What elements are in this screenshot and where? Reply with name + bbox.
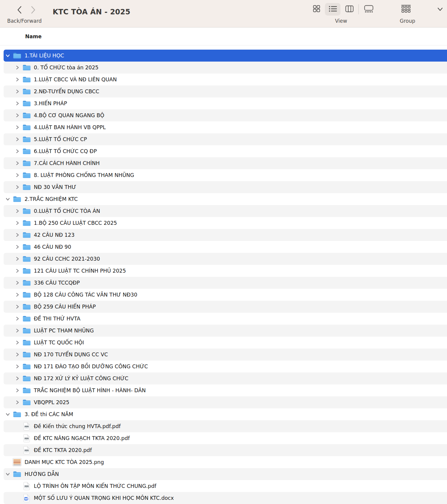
list-item[interactable]: W MỘT SỐ LƯU Ý QUAN TRỌNG KHI HỌC MÔN KT… [0,492,447,504]
list-item[interactable]: 1.BỘ 250 CÂU LUẬT CBCC 2025 [0,217,447,229]
chevron-right-icon[interactable] [14,181,20,193]
chevron-right-icon[interactable] [14,361,20,372]
list-item[interactable]: ĐỀ KTC TKTA 2020.pdf [0,444,447,456]
gallery-view-button[interactable] [361,3,376,16]
list-item[interactable]: VBQPPL 2025 [0,396,447,408]
chevron-right-icon[interactable] [14,241,20,253]
file-name: TRẮC NGHIỆM BỘ LUẬT HÌNH - HÀNH- DÂN [34,384,146,396]
file-name: NĐ 172 XỬ LÝ KỶ LUẬT CÔNG CHỨC [34,372,128,384]
list-item[interactable]: ĐỀ THI THỬ HVTA [0,313,447,325]
list-item[interactable]: NĐ 172 XỬ LÝ KỶ LUẬT CÔNG CHỨC [0,372,447,384]
chevron-right-icon[interactable] [14,229,20,241]
list-item[interactable]: 42 CÂU NĐ 123 [0,229,447,241]
list-item[interactable]: BỘ 128 CÂU CÔNG TÁC VĂN THƯ NĐ30 [0,289,447,301]
forward-button[interactable] [28,5,38,15]
folder-icon [22,337,31,349]
list-item[interactable]: 2.TRẮC NGHIỆM KTC [0,193,447,205]
chevron-right-icon[interactable] [14,85,20,97]
chevron-right-icon[interactable] [14,253,20,265]
list-item[interactable]: 2.NĐ-TUYỂN DỤNG CBCC [0,85,447,97]
list-item[interactable]: 92 CÂU CCHC 2021-2030 [0,253,447,265]
chevron-right-icon[interactable] [14,169,20,181]
group-button[interactable] [400,4,412,15]
chevron-right-icon[interactable] [14,349,20,361]
list-column-header: Name [0,28,447,45]
list-item[interactable]: ĐỀ KTC NÂNG NGẠCH TKTA 2020.pdf [0,432,447,444]
chevron-right-icon[interactable] [14,157,20,169]
file-name: 46 CÂU NĐ 90 [34,241,71,253]
list-item[interactable]: NĐ 171 ĐÀO TẠO BỒI DƯỠNG CÔNG CHỨC [0,361,447,372]
chevron-right-icon[interactable] [14,97,20,109]
list-item[interactable]: 0.LUẬT TỔ CHỨC TÒA ÁN [0,205,447,217]
file-name: NĐ 30 VĂN THƯ [34,181,76,193]
folder-icon [13,468,22,480]
list-item[interactable]: Đề Kiến thức chung HVTA.pdf.pdf [0,420,447,432]
chevron-right-icon[interactable] [14,265,20,277]
folder-icon [22,325,31,337]
list-item[interactable]: TRẮC NGHIỆM BỘ LUẬT HÌNH - HÀNH- DÂN [0,384,447,396]
chevron-right-icon[interactable] [14,313,20,325]
list-item[interactable]: LUẬT PC THAM NHŨNG [0,325,447,337]
chevron-down-icon[interactable] [5,468,11,480]
chevron-right-icon[interactable] [14,145,20,157]
name-column-header[interactable]: Name [25,33,42,39]
list-item[interactable]: 7.CẢI CÁCH HÀNH CHÍNH [0,157,447,169]
file-name: MỘT SỐ LƯU Ý QUAN TRỌNG KHI HỌC MÔN KTC.… [34,492,174,504]
list-item[interactable]: NĐ 170 TUYỂN DỤNG CC VC [0,349,447,361]
chevron-right-icon[interactable] [14,74,20,85]
chevron-down-icon[interactable] [5,50,11,62]
list-item[interactable]: 46 CÂU NĐ 90 [0,241,447,253]
list-item[interactable]: 4.LUẬT BAN HÀNH VB QPPL [0,121,447,133]
file-name: 3.HIẾN PHÁP [34,97,67,109]
folder-icon [22,133,31,145]
chevron-right-icon[interactable] [14,325,20,337]
column-view-button[interactable] [342,3,357,16]
chevron-down-icon[interactable] [437,7,443,12]
list-item[interactable]: 336 CÂU TCCQĐP [0,277,447,289]
list-item[interactable]: 3.HIẾN PHÁP [0,97,447,109]
list-item[interactable]: NĐ 30 VĂN THƯ [0,181,447,193]
pdf-file-icon [22,444,31,456]
group-icon [401,5,411,14]
chevron-right-icon[interactable] [14,289,20,301]
back-button[interactable] [14,5,25,15]
chevron-down-icon[interactable] [5,408,11,420]
list-item[interactable]: BỘ 259 CÂU HIẾN PHÁP [0,301,447,313]
chevron-right-icon[interactable] [14,301,20,313]
list-item[interactable]: DANH MỤC KTC TÒA 2025.png [0,456,447,468]
list-item[interactable]: 3. ĐỀ thi CÁC NĂM [0,408,447,420]
chevron-right-icon[interactable] [14,396,20,408]
list-item[interactable]: HƯỚNG DẪN [0,468,447,480]
chevron-right-icon[interactable] [14,133,20,145]
icon-view-button[interactable] [309,3,324,16]
pdf-file-icon [22,420,31,432]
chevron-right-icon[interactable] [14,109,20,121]
chevron-right-icon[interactable] [14,121,20,133]
chevron-right-icon[interactable] [14,372,20,384]
file-name: BỘ 128 CÂU CÔNG TÁC VĂN THƯ NĐ30 [34,289,137,301]
folder-icon [22,253,31,265]
file-name: VBQPPL 2025 [34,396,69,408]
list-item[interactable]: 1.TÀI LIỆU HỌC [0,50,447,62]
chevron-right-icon[interactable] [14,384,20,396]
list-item[interactable]: 1.LUẬT CBCC VÀ NĐ LIÊN QUAN [0,74,447,85]
chevron-right-icon[interactable] [14,217,20,229]
list-item[interactable]: 4.BỘ CƠ QUAN NGANG BỘ [0,109,447,121]
list-item[interactable]: 121 CÂU LUẬT TC CHÍNH PHỦ 2025 [0,265,447,277]
chevron-right-icon[interactable] [14,205,20,217]
list-view-button[interactable] [325,3,340,16]
list-item[interactable]: 5.LUẬT TỔ CHỨC CP [0,133,447,145]
list-item[interactable]: LỘ TRÌNH ÔN TẬP MÔN KIẾN THỨC CHUNG.pdf [0,480,447,492]
list-item[interactable]: 8. LUẬT PHÒNG CHỐNG THAM NHŨNG [0,169,447,181]
file-name: 1.BỘ 250 CÂU LUẬT CBCC 2025 [34,217,117,229]
row-background [4,468,447,480]
list-item[interactable]: 0. TỔ CHỨC tòa án 2025 [0,62,447,74]
chevron-right-icon[interactable] [14,62,20,74]
list-item[interactable]: LUẬT TC QUỐC HỘI [0,337,447,349]
folder-icon [22,85,31,97]
chevron-down-icon[interactable] [5,193,11,205]
chevron-right-icon[interactable] [14,337,20,349]
file-name: 3. ĐỀ thi CÁC NĂM [25,408,73,420]
chevron-right-icon[interactable] [14,277,20,289]
list-item[interactable]: 6.LUẬT TỔ CHỨC CQ ĐP [0,145,447,157]
